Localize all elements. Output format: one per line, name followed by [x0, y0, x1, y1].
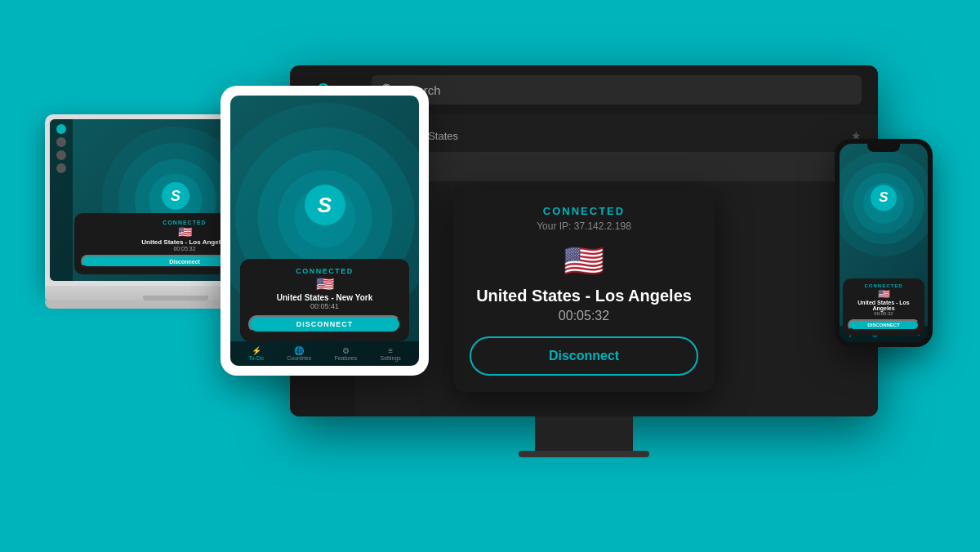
phone-s-icon: S: [879, 189, 888, 206]
tv-stand: [535, 416, 633, 457]
laptop-sidebar-dot-1: [56, 124, 66, 134]
tablet-nav-features[interactable]: ⚙Features: [335, 346, 358, 361]
tv-connected-label: CONNECTED: [470, 205, 698, 217]
tv-topbar: 🔍 Search: [355, 65, 878, 114]
tv-connected-ip: Your IP: 37.142.2.198: [470, 220, 698, 232]
tablet-connected-box: CONNECTED 🇺🇸 United States - New York 00…: [240, 259, 409, 341]
tablet-connected-label: CONNECTED: [248, 267, 401, 275]
phone-flag: 🇺🇸: [848, 288, 920, 300]
laptop-sidebar-dot-4: [56, 163, 66, 173]
phone-location: United States - Los Angeles: [848, 300, 920, 311]
tv-disconnect-button[interactable]: Disconnect: [470, 336, 698, 376]
tablet-nav-vpn[interactable]: ⚡To-Do: [248, 346, 264, 361]
tv-flag: 🇺🇸: [470, 242, 698, 280]
phone-device: S CONNECTED 🇺🇸 United States - Los Angel…: [835, 139, 933, 347]
phone-logo: S: [871, 185, 897, 211]
tv-search-box[interactable]: 🔍 Search: [372, 75, 862, 105]
tv-list-item-info: ⓘ ☆: [355, 152, 878, 181]
tablet-disconnect-button[interactable]: DISCONNECT: [248, 315, 401, 333]
tv-connected-overlay: CONNECTED Your IP: 37.142.2.198 🇺🇸 Unite…: [453, 189, 715, 392]
tablet-nav-countries[interactable]: 🌐Countries: [287, 346, 311, 361]
laptop-sidebar-dot-3: [56, 150, 66, 160]
tablet-device: S CONNECTED 🇺🇸 United States - New York …: [220, 86, 429, 376]
tablet-s-icon: S: [318, 193, 332, 218]
phone-connected-box: CONNECTED 🇺🇸 United States - Los Angeles…: [843, 278, 924, 336]
tv-timer: 00:05:32: [470, 309, 698, 323]
tv-location: United States - Los Angeles: [470, 287, 698, 305]
phone-screen: S CONNECTED 🇺🇸 United States - Los Angel…: [840, 144, 928, 342]
tablet-logo: S: [305, 185, 345, 225]
tablet-flag: 🇺🇸: [248, 275, 401, 293]
phone-notch: [867, 144, 900, 152]
phone-body: S CONNECTED 🇺🇸 United States - Los Angel…: [835, 139, 933, 347]
laptop-logo: S: [162, 182, 189, 210]
phone-timer: 00:05:32: [848, 311, 920, 316]
laptop-sidebar-dot-2: [56, 137, 66, 147]
tablet-timer: 00:05:41: [248, 302, 401, 310]
tv-list-item-1[interactable]: United States ★: [355, 121, 878, 150]
laptop-sidebar: [50, 119, 73, 281]
tablet-location: United States - New York: [248, 293, 401, 302]
tablet-screen: S CONNECTED 🇺🇸 United States - New York …: [230, 96, 419, 366]
devices-container: S S ⚡ 🌐 ⚙ ≡: [0, 0, 980, 552]
tablet-body: S CONNECTED 🇺🇸 United States - New York …: [220, 86, 429, 376]
laptop-s-icon: S: [171, 187, 180, 204]
phone-disconnect-button[interactable]: Disconnect: [848, 319, 920, 331]
tablet-nav-settings[interactable]: ≡Settings: [380, 346, 400, 361]
tablet-bottom-bar: ⚡To-Do 🌐Countries ⚙Features ≡Settings: [230, 341, 419, 366]
